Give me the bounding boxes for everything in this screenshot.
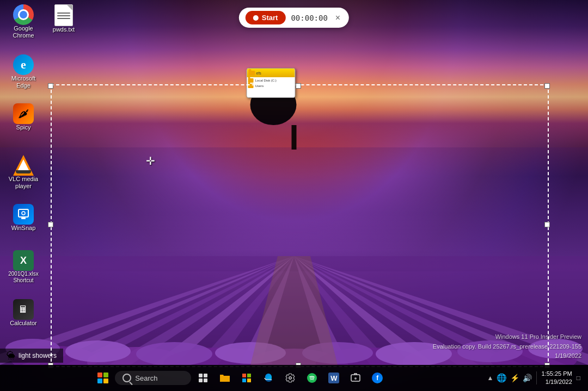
desktop-icon-pwds[interactable]: pwds.txt: [45, 4, 83, 33]
resize-handle-top-center[interactable]: [296, 83, 301, 89]
svg-rect-38: [242, 374, 246, 377]
start-label: Start: [262, 14, 278, 22]
win-tile-blue: [97, 378, 102, 383]
start-recording-button[interactable]: Start: [246, 11, 286, 24]
move-cursor[interactable]: ✛: [146, 154, 155, 167]
taskbar-task-view[interactable]: [193, 368, 213, 388]
txt-icon: [54, 4, 73, 26]
taskbar-app2[interactable]: f: [367, 368, 387, 388]
recording-toolbar: Start 00:00:00 ×: [239, 8, 349, 28]
taskbar-microsoft-store[interactable]: [237, 368, 256, 388]
svg-rect-31: [19, 209, 28, 217]
svg-point-32: [22, 212, 25, 215]
calc-label: Calculator: [4, 320, 42, 327]
tree: efs Local Disk (C:) Users: [271, 84, 317, 150]
battery-icon[interactable]: ⚡: [510, 374, 519, 382]
winsnap-icon: [13, 204, 34, 225]
recording-timer: 00:00:00: [291, 14, 327, 22]
tree-trunk: [292, 125, 297, 150]
resize-handle-top-right[interactable]: [544, 83, 550, 89]
resize-handle-middle-left[interactable]: [48, 222, 53, 227]
win-tile-green: [103, 373, 108, 377]
winsnap-label: WinSnap: [4, 225, 42, 232]
windows-logo: [97, 373, 108, 383]
svg-rect-33: [21, 218, 26, 219]
taskbar-app1[interactable]: [346, 368, 365, 388]
watermark-line3: 1/19/2022: [433, 351, 581, 361]
watermark-line1: Windows 11 Pro Insider Preview: [433, 332, 581, 342]
tray-divider: [536, 371, 537, 384]
svg-point-24: [136, 342, 212, 365]
chrome-icon: [13, 4, 34, 25]
svg-rect-39: [247, 374, 251, 377]
weather-widget: 🌦 light showers: [0, 349, 63, 363]
edge-icon: [13, 54, 34, 75]
folder-icon: [249, 71, 255, 76]
fe-title: efs: [256, 71, 261, 75]
taskbar: Search: [0, 365, 588, 391]
svg-rect-41: [247, 378, 251, 382]
clock-time: 1:55:25 PM: [541, 370, 572, 378]
svg-point-44: [354, 377, 357, 380]
rec-dot: [253, 15, 259, 21]
system-tray: ▲ 🌐 ⚡ 🔊 1:55:25 PM 1/19/2022 □: [481, 370, 588, 387]
watermark-line2: Evaluation copy. Build 25267.rs_prerelea…: [433, 342, 581, 352]
svg-point-23: [65, 340, 131, 362]
svg-rect-37: [204, 378, 207, 382]
chrome-label: Google Chrome: [4, 25, 42, 39]
blue-app-icon: f: [372, 373, 383, 383]
taskbar-word[interactable]: W: [324, 368, 344, 388]
desktop-icon-vlc[interactable]: VLC media player: [4, 155, 42, 190]
excel-icon: X: [13, 250, 34, 271]
network-icon[interactable]: 🌐: [497, 373, 507, 383]
win-tile-yellow: [103, 378, 108, 383]
vlc-icon: [13, 155, 34, 176]
fe-body: Local Disk (C:) Users: [247, 77, 295, 97]
taskbar-file-explorer[interactable]: [215, 368, 235, 388]
windows-watermark: Windows 11 Pro Insider Preview Evaluatio…: [433, 332, 581, 361]
weather-condition: light showers: [19, 352, 57, 359]
taskbar-spotify[interactable]: [302, 368, 322, 388]
desktop-icon-spicy[interactable]: 🌶 Spicy: [4, 103, 42, 131]
win-tile-red: [97, 373, 102, 377]
calc-icon: 🖩: [13, 299, 34, 320]
show-hidden-icons[interactable]: ▲: [487, 374, 494, 382]
taskbar-search[interactable]: Search: [115, 371, 191, 385]
desktop: efs Local Disk (C:) Users: [0, 0, 588, 391]
desktop-icon-calculator[interactable]: 🖩 Calculator: [4, 299, 42, 327]
taskbar-center: Search: [0, 368, 481, 388]
close-recording-button[interactable]: ×: [333, 13, 342, 23]
vlc-label: VLC media player: [4, 176, 42, 190]
pwds-label: pwds.txt: [45, 26, 83, 33]
svg-rect-40: [242, 378, 246, 382]
notification-button[interactable]: □: [575, 374, 581, 382]
desktop-icon-chrome[interactable]: Google Chrome: [4, 4, 42, 39]
svg-rect-35: [204, 374, 207, 377]
resize-handle-middle-right[interactable]: [544, 222, 550, 227]
svg-rect-34: [199, 374, 203, 377]
system-clock[interactable]: 1:55:25 PM 1/19/2022: [541, 370, 572, 387]
start-button[interactable]: [93, 368, 113, 388]
search-icon: [122, 374, 131, 382]
search-label: Search: [135, 374, 157, 382]
file-explorer-window[interactable]: efs Local Disk (C:) Users: [247, 68, 296, 98]
desktop-icon-winsnap[interactable]: WinSnap: [4, 204, 42, 232]
spicy-label: Spicy: [4, 124, 42, 131]
volume-icon[interactable]: 🔊: [523, 374, 532, 382]
word-icon: W: [328, 373, 339, 383]
resize-handle-top-left[interactable]: [48, 83, 53, 89]
desktop-icon-excel[interactable]: X 2001Q1.xlsx Shortcut: [4, 250, 42, 284]
taskbar-edge[interactable]: [259, 368, 278, 388]
svg-rect-36: [199, 378, 203, 382]
desktop-icon-edge[interactable]: Microsoft Edge: [4, 54, 42, 89]
excel-label: 2001Q1.xlsx Shortcut: [4, 271, 42, 284]
clock-date: 1/19/2022: [541, 378, 572, 386]
spicy-icon: 🌶: [13, 103, 34, 124]
weather-icon: 🌦: [7, 351, 15, 361]
edge-label: Microsoft Edge: [4, 75, 42, 89]
taskbar-settings[interactable]: [280, 368, 300, 388]
